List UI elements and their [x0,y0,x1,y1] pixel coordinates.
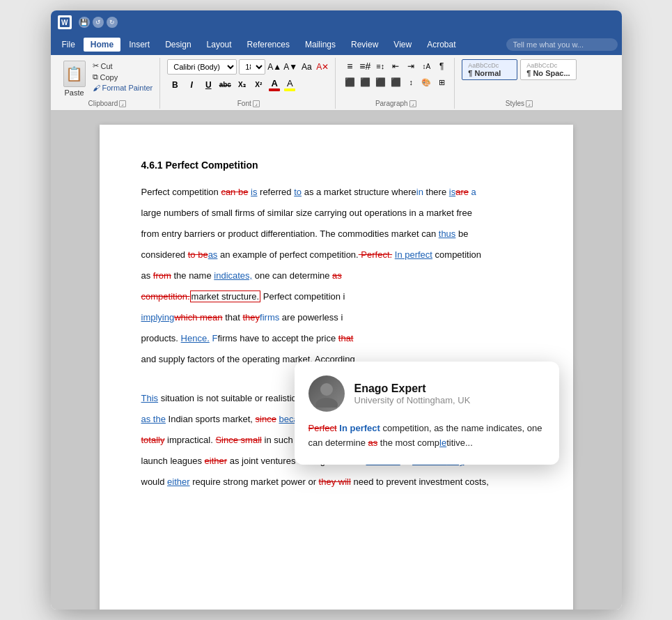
superscript-button[interactable]: X² [251,77,266,93]
align-right-button[interactable]: ⬛ [373,75,387,89]
style-normal-button[interactable]: AaBbCcDc ¶ Normal [462,59,517,80]
font-label: Font [237,100,251,107]
cut-button[interactable]: ✂ Cut [91,61,155,71]
menu-home[interactable]: Home [84,38,120,52]
line-spacing-button[interactable]: ↕ [404,75,418,89]
font-name-select[interactable]: Calibri (Body) [167,59,237,75]
underline-button[interactable]: U [201,77,216,93]
redo-icon[interactable]: ↻ [107,17,118,28]
justify-button[interactable]: ⬛ [389,75,403,89]
numbering-button[interactable]: ≡# [358,59,372,73]
italic-button[interactable]: I [184,77,199,93]
copy-label: Copy [100,73,118,82]
copy-icon: ⧉ [93,72,98,82]
clear-formatting-button[interactable]: A✕ [315,60,329,74]
bullets-button[interactable]: ≡ [343,59,357,73]
title-bar-controls: 💾 ↺ ↻ [79,17,118,28]
menu-view[interactable]: View [386,38,419,52]
save-icon[interactable]: 💾 [79,17,90,28]
style-nospace-label: ¶ No Spac... [526,69,570,77]
styles-group: AaBbCcDc ¶ Normal AaBbCcDc ¶ No Spac... … [456,58,581,109]
cut-label: Cut [101,62,113,70]
menu-insert[interactable]: Insert [122,38,157,52]
svg-point-2 [320,383,333,396]
shading-button[interactable]: 🎨 [419,75,433,89]
clipboard-expand-icon[interactable]: ⌟ [119,100,126,107]
clipboard-label: Clipboard [88,100,118,107]
decrease-font-button[interactable]: A▼ [283,60,297,74]
paragraph-expand-icon[interactable]: ⌟ [409,100,416,107]
menu-review[interactable]: Review [344,38,385,52]
expert-name: Enago Expert [354,382,471,395]
menu-file[interactable]: File [55,38,82,52]
word-icon: W [58,15,72,29]
bold-button[interactable]: B [167,77,182,93]
paragraph-group: ≡ ≡# ≡↕ ⇤ ⇥ ↕A ¶ ⬛ ⬛ ⬛ ⬛ ↕ 🎨 [337,58,455,109]
svg-text:W: W [61,19,68,26]
font-color-button[interactable]: A [267,77,281,93]
style-normal-label: ¶ Normal [468,69,501,77]
decrease-indent-button[interactable]: ⇤ [389,59,403,73]
clipboard-group: 📋 Paste ✂ Cut ⧉ Copy 🖌 [55,58,161,109]
style-nospace-preview: AaBbCcDc [526,62,557,69]
styles-expand-icon[interactable]: ⌟ [526,100,533,107]
expert-avatar [308,375,345,412]
document-page: 4.6.1 Perfect Competition Perfect compet… [100,125,573,610]
expert-affiliation: University of Nottingham, UK [354,395,471,405]
expert-quote: Perfect In perfect competition, as the n… [308,421,545,451]
sort-button[interactable]: ↕A [419,59,433,73]
paste-icon: 📋 [63,61,86,87]
menu-bar: File Home Insert Design Layout Reference… [51,34,622,55]
increase-font-button[interactable]: A▲ [267,60,281,74]
borders-button[interactable]: ⊞ [435,75,448,89]
document-area: 4.6.1 Perfect Competition Perfect compet… [51,111,622,610]
subscript-button[interactable]: X₂ [234,77,249,93]
change-case-button[interactable]: Aa [299,60,313,74]
scissors-icon: ✂ [93,61,99,70]
strikethrough-button[interactable]: abc [217,77,233,93]
clipboard-sub-buttons: ✂ Cut ⧉ Copy 🖌 Format Painter [91,59,155,93]
paste-label: Paste [64,88,84,97]
expert-info: Enago Expert University of Nottingham, U… [354,382,471,405]
paragraph-label: Paragraph [375,100,408,107]
ribbon-search-input[interactable] [506,38,618,51]
menu-mailings[interactable]: Mailings [298,38,343,52]
paste-button[interactable]: 📋 Paste [61,59,88,98]
expert-popup: Enago Expert University of Nottingham, U… [295,362,559,465]
align-left-button[interactable]: ⬛ [343,75,357,89]
font-group: Calibri (Body) 18 A▲ A▼ Aa A✕ B I U [162,58,336,109]
format-painter-label: Format Painter [102,84,153,92]
highlight-color-button[interactable]: A [283,77,297,93]
styles-label: Styles [506,100,524,107]
expert-header: Enago Expert University of Nottingham, U… [308,375,545,412]
menu-acrobat[interactable]: Acrobat [420,38,462,52]
font-expand-icon[interactable]: ⌟ [253,100,260,107]
menu-layout[interactable]: Layout [200,38,239,52]
style-nospace-button[interactable]: AaBbCcDc ¶ No Spac... [520,59,576,80]
svg-point-3 [315,398,338,408]
increase-indent-button[interactable]: ⇥ [404,59,418,73]
multilevel-list-button[interactable]: ≡↕ [373,59,387,73]
copy-button[interactable]: ⧉ Copy [91,72,155,82]
menu-design[interactable]: Design [158,38,198,52]
undo-icon[interactable]: ↺ [93,17,104,28]
style-normal-preview: AaBbCcDc [468,62,499,69]
format-painter-icon: 🖌 [93,84,100,92]
ribbon: File Home Insert Design Layout Reference… [51,34,622,111]
show-marks-button[interactable]: ¶ [435,59,448,73]
title-bar: W 💾 ↺ ↻ [51,10,622,34]
font-size-select[interactable]: 18 [239,59,265,75]
menu-references[interactable]: References [240,38,297,52]
document-heading: 4.6.1 Perfect Competition [141,160,531,171]
align-center-button[interactable]: ⬛ [358,75,372,89]
format-painter-button[interactable]: 🖌 Format Painter [91,83,155,93]
app-window: W 💾 ↺ ↻ File Home Insert Design Layout R… [51,10,622,610]
ribbon-body: 📋 Paste ✂ Cut ⧉ Copy 🖌 [51,55,622,111]
